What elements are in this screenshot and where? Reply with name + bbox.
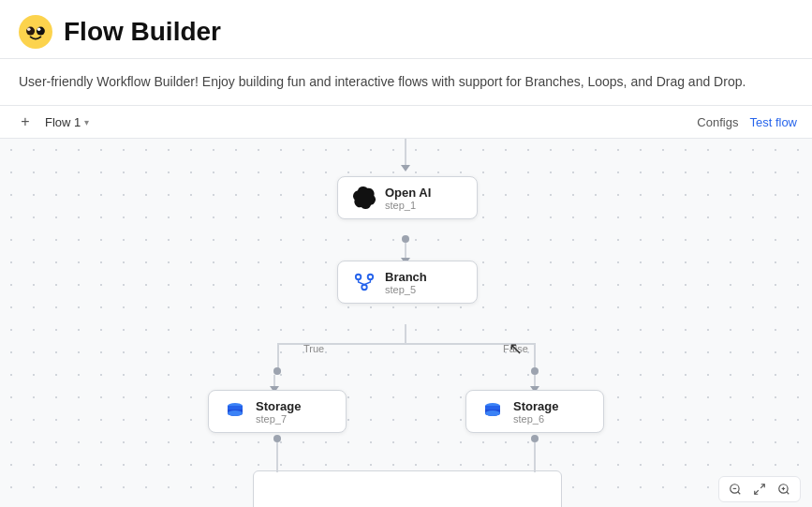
svg-point-10 bbox=[228, 410, 243, 416]
svg-point-7 bbox=[368, 275, 374, 280]
svg-point-12 bbox=[485, 410, 500, 416]
false-label: False bbox=[503, 343, 528, 354]
storage-left-label: Storage bbox=[256, 399, 301, 413]
storage-right-step: step_6 bbox=[513, 413, 558, 425]
connector-openai-dot bbox=[402, 235, 409, 243]
flow-tab-label: Flow 1 bbox=[45, 115, 81, 129]
svg-point-2 bbox=[37, 27, 45, 36]
svg-line-19 bbox=[787, 492, 790, 495]
storage-left-dot bbox=[273, 435, 281, 442]
configs-button[interactable]: Configs bbox=[697, 115, 738, 129]
false-dot bbox=[531, 367, 539, 375]
test-flow-button[interactable]: Test flow bbox=[749, 115, 797, 129]
branch-icon bbox=[351, 269, 377, 295]
svg-point-6 bbox=[356, 275, 362, 280]
left-merge-h bbox=[276, 470, 278, 472]
storage-left-down bbox=[276, 442, 278, 470]
svg-point-8 bbox=[362, 285, 367, 291]
storage-right-label: Storage bbox=[513, 399, 558, 413]
app-logo bbox=[19, 15, 52, 49]
description: User-friendly Workflow Builder! Enjoy bu… bbox=[0, 59, 812, 106]
add-tab-button[interactable]: + bbox=[15, 112, 36, 132]
openai-node-text: Open AI step_1 bbox=[385, 186, 431, 211]
openai-icon bbox=[351, 185, 377, 211]
app-title: Flow Builder bbox=[64, 17, 221, 47]
branch-node[interactable]: Branch step_5 bbox=[337, 261, 478, 304]
entry-arrow bbox=[401, 165, 410, 171]
zoom-in-button[interactable] bbox=[774, 481, 794, 498]
header: Flow Builder bbox=[0, 0, 812, 59]
entry-connector bbox=[405, 139, 406, 167]
openai-step: step_1 bbox=[385, 200, 431, 211]
toolbar-right: Configs Test flow bbox=[697, 115, 797, 129]
storage-right-node[interactable]: Storage step_6 bbox=[465, 390, 604, 433]
storage-right-dot bbox=[531, 435, 539, 442]
svg-line-16 bbox=[760, 485, 764, 488]
svg-point-4 bbox=[37, 28, 41, 32]
storage-left-icon bbox=[222, 398, 248, 425]
branch-node-text: Branch step_5 bbox=[385, 270, 427, 295]
canvas: Open AI step_1 Branch step_5 True False bbox=[0, 139, 812, 507]
branch-split-v bbox=[405, 324, 406, 345]
openai-node[interactable]: Open AI step_1 bbox=[337, 176, 478, 219]
toolbar: + Flow 1 ▾ Configs Test flow bbox=[0, 106, 812, 139]
branch-step: step_5 bbox=[385, 284, 427, 295]
storage-left-step: step_7 bbox=[256, 413, 301, 425]
true-label: True bbox=[303, 343, 324, 354]
true-dot bbox=[273, 367, 281, 375]
openai-label: Open AI bbox=[385, 186, 431, 200]
branch-label: Branch bbox=[385, 270, 427, 284]
merge-box bbox=[253, 470, 562, 507]
zoom-out-button[interactable] bbox=[725, 481, 746, 498]
storage-left-text: Storage step_7 bbox=[256, 399, 301, 425]
chevron-down-icon: ▾ bbox=[84, 117, 89, 127]
storage-right-text: Storage step_6 bbox=[513, 399, 558, 425]
svg-point-0 bbox=[19, 15, 52, 49]
svg-point-5 bbox=[26, 27, 35, 36]
flow-tab[interactable]: Flow 1 ▾ bbox=[39, 113, 95, 131]
storage-left-node[interactable]: Storage step_7 bbox=[208, 390, 347, 433]
svg-line-14 bbox=[738, 492, 741, 495]
storage-right-down bbox=[534, 442, 536, 470]
zoom-controls bbox=[718, 476, 801, 502]
zoom-fit-button[interactable] bbox=[749, 481, 770, 498]
right-merge-h bbox=[534, 470, 536, 472]
storage-right-icon bbox=[480, 398, 506, 425]
svg-line-17 bbox=[755, 490, 759, 494]
